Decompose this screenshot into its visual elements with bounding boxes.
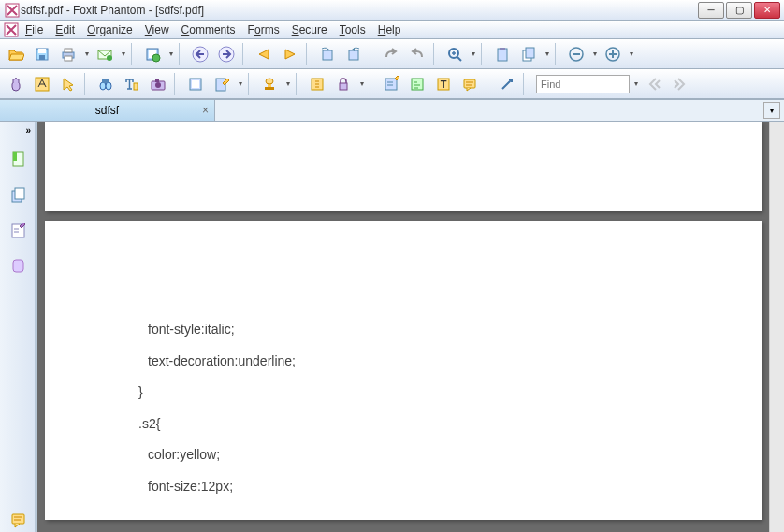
email-dropdown[interactable]: ▾ bbox=[119, 50, 127, 58]
select-arrow-tool[interactable] bbox=[56, 72, 80, 96]
stamp-tool[interactable] bbox=[257, 72, 282, 96]
doc-line: text-decoration:underline; bbox=[148, 346, 762, 378]
print-button[interactable] bbox=[56, 42, 80, 66]
scrollbar[interactable] bbox=[769, 122, 784, 532]
forward-button[interactable] bbox=[278, 42, 302, 66]
find-prev-button[interactable] bbox=[642, 72, 666, 96]
maximize-button[interactable]: ▢ bbox=[726, 2, 752, 19]
scan-button[interactable] bbox=[140, 42, 165, 66]
doc-line: .s2{ bbox=[138, 409, 762, 440]
zoom-in2-button[interactable] bbox=[601, 42, 625, 66]
page-layout-tool[interactable] bbox=[183, 72, 208, 96]
menu-forms[interactable]: Forms bbox=[242, 22, 285, 38]
files-button[interactable] bbox=[516, 42, 541, 66]
text-select-tool[interactable] bbox=[120, 72, 144, 96]
svg-point-9 bbox=[107, 55, 112, 61]
side-panel: » bbox=[0, 122, 37, 532]
undo-button[interactable] bbox=[379, 42, 403, 66]
page-1[interactable] bbox=[45, 122, 762, 211]
find-input[interactable] bbox=[536, 75, 630, 93]
layers-icon[interactable] bbox=[6, 218, 30, 242]
svg-rect-4 bbox=[39, 55, 45, 60]
menu-edit[interactable]: Edit bbox=[50, 22, 80, 38]
svg-rect-3 bbox=[38, 49, 46, 53]
comment-tool[interactable] bbox=[457, 72, 482, 96]
form-tool[interactable] bbox=[379, 72, 403, 96]
zoom-in-button[interactable] bbox=[443, 42, 467, 66]
tab-close-icon[interactable]: × bbox=[202, 104, 209, 117]
find-next-button[interactable] bbox=[668, 72, 692, 96]
svg-rect-27 bbox=[102, 79, 109, 83]
bookmarks-icon[interactable] bbox=[6, 147, 30, 171]
stamp-dropdown[interactable]: ▾ bbox=[283, 79, 292, 88]
app-icon bbox=[4, 2, 21, 19]
prev-view-button[interactable] bbox=[188, 42, 212, 66]
link-tool[interactable] bbox=[495, 72, 519, 96]
minimize-button[interactable]: ─ bbox=[698, 2, 724, 19]
document-tab[interactable]: sdfsf× bbox=[0, 100, 215, 121]
snapshot-tool[interactable] bbox=[146, 72, 170, 96]
menu-help[interactable]: Help bbox=[372, 22, 407, 38]
scan-dropdown[interactable]: ▾ bbox=[167, 50, 175, 58]
email-button[interactable] bbox=[93, 42, 117, 66]
page-2[interactable]: font-style:italic; text-decoration:under… bbox=[45, 221, 762, 520]
next-view-button[interactable] bbox=[214, 42, 239, 66]
zoom-out2-button[interactable] bbox=[564, 42, 588, 66]
clipboard-button[interactable] bbox=[490, 42, 515, 66]
svg-point-26 bbox=[106, 82, 111, 90]
edit-page-dropdown[interactable]: ▾ bbox=[236, 79, 244, 88]
text-tool[interactable]: T bbox=[431, 72, 456, 96]
close-button[interactable]: ✕ bbox=[754, 2, 780, 19]
doc-line: } bbox=[138, 377, 762, 409]
pages-icon[interactable] bbox=[6, 182, 30, 207]
open-button[interactable] bbox=[4, 42, 28, 66]
svg-rect-6 bbox=[65, 49, 72, 52]
tab-bar: sdfsf×▾ bbox=[0, 99, 784, 122]
svg-point-37 bbox=[266, 79, 273, 84]
zoom-in-dropdown[interactable]: ▾ bbox=[627, 50, 635, 58]
menu-organize[interactable]: Organize bbox=[81, 22, 138, 38]
document-area: font-style:italic; text-decoration:under… bbox=[37, 122, 769, 532]
security-tool[interactable] bbox=[331, 72, 356, 96]
menu-secure[interactable]: Secure bbox=[286, 22, 333, 38]
tab-label: sdfsf bbox=[95, 104, 119, 117]
security-dropdown[interactable]: ▾ bbox=[357, 79, 366, 88]
tab-menu-toggle[interactable]: ▾ bbox=[763, 102, 780, 119]
menu-tools[interactable]: Tools bbox=[334, 22, 371, 38]
zoom-out-dropdown[interactable]: ▾ bbox=[590, 50, 599, 58]
attach-tool[interactable] bbox=[305, 72, 329, 96]
green-form-tool[interactable] bbox=[405, 72, 429, 96]
svg-rect-21 bbox=[526, 48, 534, 58]
comments-list-icon[interactable] bbox=[6, 508, 30, 532]
expand-icon[interactable]: » bbox=[25, 125, 31, 136]
select-text-tool[interactable] bbox=[30, 72, 54, 96]
print-dropdown[interactable]: ▾ bbox=[82, 50, 91, 58]
doc-line: color:yellow; bbox=[148, 439, 762, 471]
toolbar-1: ▾ ▾ ▾ ▾ ▾ ▾ ▾ bbox=[0, 39, 784, 69]
svg-rect-39 bbox=[340, 83, 347, 90]
menu-file[interactable]: File bbox=[20, 22, 49, 38]
svg-rect-15 bbox=[323, 50, 332, 60]
attachments-icon[interactable] bbox=[6, 253, 30, 278]
rotate-right-button[interactable] bbox=[341, 42, 366, 66]
svg-rect-50 bbox=[12, 514, 24, 524]
binoculars-tool[interactable] bbox=[94, 72, 118, 96]
doc-line: font-size:12px; bbox=[148, 471, 762, 503]
rotate-left-button[interactable] bbox=[315, 42, 340, 66]
redo-button[interactable] bbox=[405, 42, 429, 66]
save-button[interactable] bbox=[30, 42, 54, 66]
files-dropdown[interactable]: ▾ bbox=[543, 50, 551, 58]
svg-rect-48 bbox=[15, 188, 24, 199]
edit-page-tool[interactable] bbox=[210, 72, 234, 96]
zoom-dropdown[interactable]: ▾ bbox=[469, 50, 477, 58]
hand-tool[interactable] bbox=[4, 72, 28, 96]
menu-comments[interactable]: Comments bbox=[176, 22, 241, 38]
svg-rect-44 bbox=[464, 79, 475, 88]
back-button[interactable] bbox=[252, 42, 276, 66]
find-dropdown[interactable]: ▾ bbox=[632, 79, 640, 88]
svg-rect-35 bbox=[265, 87, 274, 90]
menu-view[interactable]: View bbox=[139, 22, 175, 38]
svg-rect-19 bbox=[500, 48, 505, 50]
app-icon-small bbox=[4, 22, 19, 37]
svg-rect-40 bbox=[385, 79, 397, 90]
